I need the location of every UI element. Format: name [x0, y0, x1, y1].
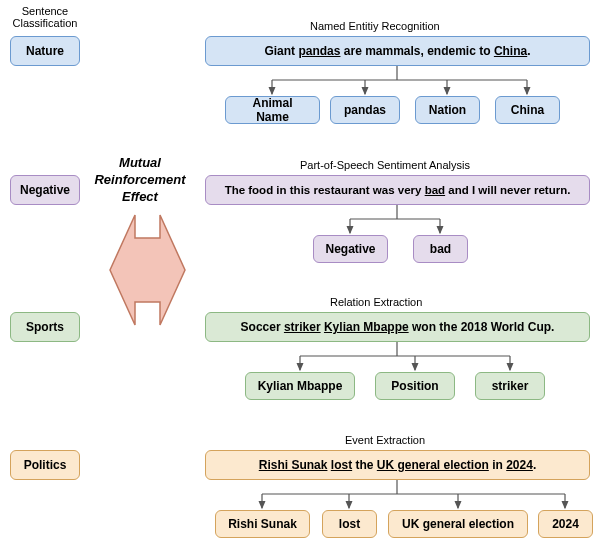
classify-negative: Negative — [10, 175, 80, 205]
ee-e4: 2024 — [538, 510, 593, 538]
pos-e2: bad — [413, 235, 468, 263]
sentence-classification-header: Sentence Classification — [5, 5, 85, 29]
pos-sent-text: The food in this restaurant was very bad… — [225, 184, 571, 196]
re-e3: striker — [475, 372, 545, 400]
classify-sports: Sports — [10, 312, 80, 342]
ee-e3: UK general election — [388, 510, 528, 538]
ner-title: Named Entitiy Recognition — [310, 20, 440, 32]
ee-e1: Rishi Sunak — [215, 510, 310, 538]
ee-sentence: Rishi Sunak lost the UK general election… — [205, 450, 590, 480]
mre-arrow-icon — [110, 215, 185, 325]
re-e2: Position — [375, 372, 455, 400]
ner-sentence: Giant pandas are mammals, endemic to Chi… — [205, 36, 590, 66]
re-title: Relation Extraction — [330, 296, 422, 308]
ee-e2: lost — [322, 510, 377, 538]
ner-sent-text: Giant pandas are mammals, endemic to Chi… — [264, 44, 530, 58]
ner-e2: pandas — [330, 96, 400, 124]
ee-title: Event Extraction — [345, 434, 425, 446]
re-sentence: Soccer striker Kylian Mbappe won the 201… — [205, 312, 590, 342]
ner-e3: Nation — [415, 96, 480, 124]
pos-title: Part-of-Speech Sentiment Analysis — [300, 159, 470, 171]
classify-politics: Politics — [10, 450, 80, 480]
ner-e4: China — [495, 96, 560, 124]
ner-e1: Animal Name — [225, 96, 320, 124]
classify-nature: Nature — [10, 36, 80, 66]
pos-sentence: The food in this restaurant was very bad… — [205, 175, 590, 205]
pos-e1: Negative — [313, 235, 388, 263]
re-sent-text: Soccer striker Kylian Mbappe won the 201… — [241, 320, 555, 334]
ee-sent-text: Rishi Sunak lost the UK general election… — [259, 458, 536, 472]
mre-label: Mutual Reinforcement Effect — [85, 155, 195, 206]
re-e1: Kylian Mbappe — [245, 372, 355, 400]
